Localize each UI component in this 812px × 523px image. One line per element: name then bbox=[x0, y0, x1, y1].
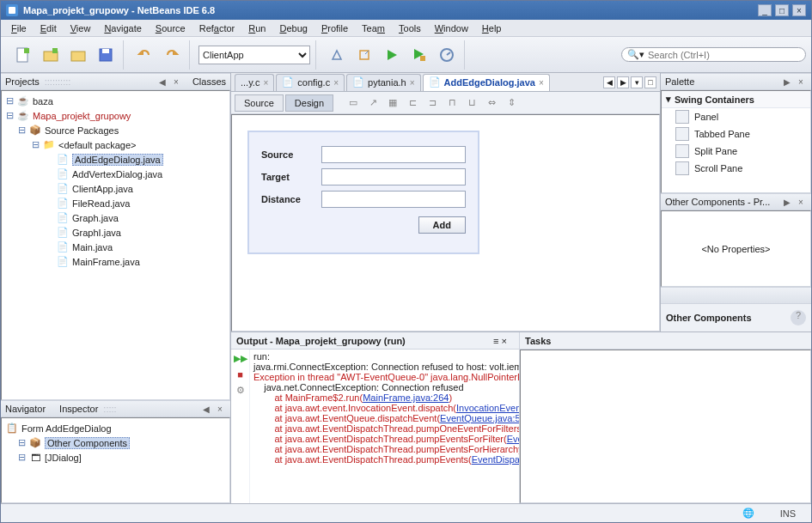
preview-icon[interactable]: ▦ bbox=[385, 95, 400, 111]
close-icon[interactable]: × bbox=[263, 78, 268, 88]
inspector-jdialog[interactable]: [JDialog] bbox=[45, 453, 82, 463]
output-text[interactable]: run:java.rmi.ConnectException: Connectio… bbox=[250, 350, 519, 503]
align-bottom-icon[interactable]: ⊔ bbox=[464, 95, 479, 111]
menu-source[interactable]: Source bbox=[149, 21, 192, 35]
input-source[interactable] bbox=[321, 146, 466, 163]
build-button[interactable] bbox=[325, 43, 349, 67]
new-project-button[interactable] bbox=[39, 43, 63, 67]
inspector-other[interactable]: Other Components bbox=[45, 437, 130, 449]
palette-tabbedpane[interactable]: Tabbed Pane bbox=[662, 125, 810, 143]
projects-tree[interactable]: ⊟☕baza ⊟☕Mapa_projekt_grupowy ⊟📦Source P… bbox=[1, 90, 230, 400]
menu-debug[interactable]: Debug bbox=[272, 21, 314, 35]
align-left-icon[interactable]: ⊏ bbox=[405, 95, 420, 111]
save-all-button[interactable] bbox=[94, 43, 118, 67]
tree-file-clientapp[interactable]: ClientApp.java bbox=[72, 184, 133, 194]
tab-max-icon[interactable]: □ bbox=[644, 76, 656, 88]
design-toggle[interactable]: Design bbox=[285, 94, 333, 112]
inspector-form[interactable]: Form AddEdgeDialog bbox=[21, 423, 112, 434]
output-opts-icon[interactable]: ≡ × bbox=[493, 336, 507, 346]
menu-tools[interactable]: Tools bbox=[392, 21, 428, 35]
tab-addedge[interactable]: 📄AddEdgeDialog.java× bbox=[423, 74, 550, 91]
form-panel[interactable]: Source Target Distance Add bbox=[247, 131, 479, 254]
run-icon[interactable]: ▶▶ bbox=[234, 353, 247, 364]
props-close-icon[interactable]: × bbox=[795, 196, 807, 208]
globe-icon[interactable]: 🌐 bbox=[742, 508, 754, 519]
profile-button[interactable] bbox=[435, 43, 459, 67]
projects-close-icon[interactable]: × bbox=[170, 76, 182, 88]
input-target[interactable] bbox=[321, 168, 466, 185]
tab-prev-icon[interactable]: ◀ bbox=[603, 76, 615, 88]
menu-view[interactable]: View bbox=[64, 21, 98, 35]
nav-close-icon[interactable]: × bbox=[214, 403, 226, 415]
tab-config[interactable]: 📄config.c× bbox=[276, 74, 345, 91]
menu-team[interactable]: Team bbox=[355, 21, 392, 35]
close-icon[interactable]: × bbox=[410, 78, 415, 88]
source-toggle[interactable]: Source bbox=[235, 94, 284, 112]
quick-search[interactable]: 🔍▾ bbox=[621, 47, 806, 62]
palette-close-icon[interactable]: × bbox=[795, 76, 807, 88]
tree-file-fileread[interactable]: FileRead.java bbox=[72, 198, 130, 209]
inspector-tree[interactable]: 📋Form AddEdgeDialog ⊟📦Other Components ⊟… bbox=[1, 417, 230, 503]
tree-node-baza[interactable]: baza bbox=[33, 96, 53, 106]
inspector-tab[interactable]: Inspector bbox=[59, 404, 98, 414]
connection-mode-icon[interactable]: ↗ bbox=[365, 95, 381, 111]
menu-help[interactable]: Help bbox=[475, 21, 509, 35]
maximize-button[interactable]: □ bbox=[775, 4, 789, 16]
palette-category[interactable]: ▾Swing Containers bbox=[662, 91, 810, 108]
palette-list[interactable]: ▾Swing Containers Panel Tabbed Pane Spli… bbox=[661, 90, 811, 193]
run-config-select[interactable]: ClientApp bbox=[198, 46, 310, 64]
gui-designer[interactable]: Source Target Distance Add bbox=[231, 114, 660, 331]
clean-build-button[interactable] bbox=[352, 43, 376, 67]
projects-tab[interactable]: Projects bbox=[5, 76, 40, 87]
help-icon[interactable]: ? bbox=[791, 310, 806, 325]
menu-navigate[interactable]: Navigate bbox=[97, 21, 148, 35]
minimize-button[interactable]: _ bbox=[758, 4, 772, 16]
palette-splitpane[interactable]: Split Pane bbox=[662, 143, 810, 160]
menu-file[interactable]: File bbox=[4, 21, 34, 35]
tab-next-icon[interactable]: ▶ bbox=[617, 76, 629, 88]
add-button[interactable]: Add bbox=[418, 216, 466, 234]
menu-run[interactable]: Run bbox=[241, 21, 272, 35]
center-h-icon[interactable]: ⇔ bbox=[484, 95, 499, 111]
projects-min-icon[interactable]: ◀ bbox=[156, 76, 168, 88]
palette-panel[interactable]: Panel bbox=[662, 108, 810, 125]
stop-icon[interactable]: ■ bbox=[237, 369, 243, 380]
selection-mode-icon[interactable]: ▭ bbox=[345, 95, 361, 111]
tree-file-addedge[interactable]: AddEdgeDialog.java bbox=[72, 154, 163, 166]
tree-file-graph[interactable]: Graph.java bbox=[72, 213, 119, 223]
tab-yc[interactable]: ...y.c× bbox=[235, 74, 274, 91]
tree-node-srcpkg[interactable]: Source Packages bbox=[45, 125, 119, 136]
tree-file-graphi[interactable]: GraphI.java bbox=[72, 228, 121, 238]
palette-min-icon[interactable]: ▶ bbox=[781, 76, 793, 88]
align-right-icon[interactable]: ⊐ bbox=[424, 95, 440, 111]
center-v-icon[interactable]: ⇕ bbox=[504, 95, 519, 111]
debug-button[interactable] bbox=[407, 43, 431, 67]
tree-node-defpkg[interactable]: <default package> bbox=[58, 140, 137, 150]
align-top-icon[interactable]: ⊓ bbox=[444, 95, 460, 111]
settings-icon[interactable]: ⚙ bbox=[236, 385, 245, 396]
tree-file-mainframe[interactable]: MainFrame.java bbox=[72, 257, 140, 267]
props-min-icon[interactable]: ▶ bbox=[781, 196, 793, 208]
palette-scrollpane[interactable]: Scroll Pane bbox=[662, 160, 810, 177]
tree-file-addvertex[interactable]: AddVertexDialog.java bbox=[72, 169, 162, 179]
tree-node-project[interactable]: Mapa_projekt_grupowy bbox=[33, 111, 131, 121]
menu-window[interactable]: Window bbox=[428, 21, 475, 35]
close-icon[interactable]: × bbox=[539, 78, 544, 88]
tab-list-icon[interactable]: ▾ bbox=[631, 76, 643, 88]
close-button[interactable]: × bbox=[792, 4, 806, 16]
search-input[interactable] bbox=[648, 50, 794, 60]
redo-button[interactable] bbox=[160, 43, 184, 67]
input-distance[interactable] bbox=[321, 191, 466, 208]
close-icon[interactable]: × bbox=[333, 78, 339, 88]
menu-edit[interactable]: Edit bbox=[34, 21, 64, 35]
navigator-tab[interactable]: Navigator bbox=[5, 404, 46, 414]
nav-min-icon[interactable]: ◀ bbox=[200, 403, 212, 415]
classes-tab[interactable]: Classes bbox=[192, 76, 226, 87]
menu-refactor[interactable]: Refactor bbox=[192, 21, 242, 35]
tree-file-main[interactable]: Main.java bbox=[72, 242, 113, 252]
new-file-button[interactable] bbox=[11, 43, 35, 67]
menu-profile[interactable]: Profile bbox=[314, 21, 355, 35]
open-button[interactable] bbox=[66, 43, 90, 67]
tab-pytania[interactable]: 📄pytania.h× bbox=[346, 74, 421, 91]
run-button[interactable] bbox=[380, 43, 404, 67]
